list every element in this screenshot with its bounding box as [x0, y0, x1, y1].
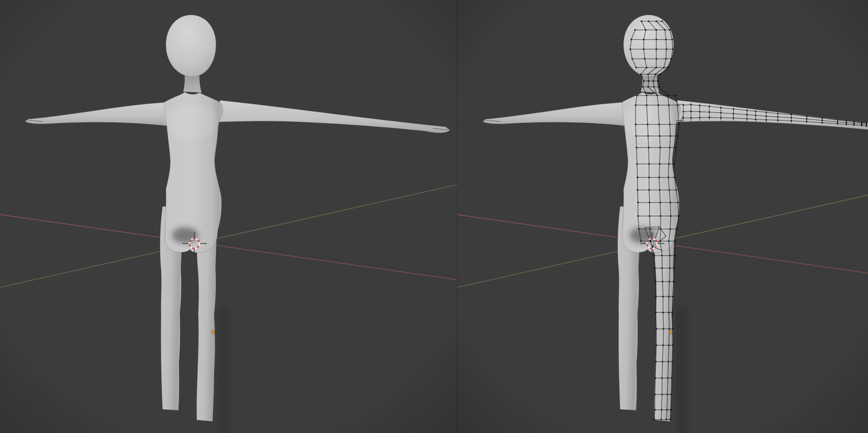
object-origin-dot[interactable] [212, 331, 215, 334]
viewport-background [0, 0, 457, 433]
leg-shadow [678, 309, 686, 433]
blender-3d-viewport [0, 0, 868, 433]
viewport-shaded-model[interactable] [0, 0, 457, 433]
viewport-wireframe-model[interactable] [457, 0, 868, 433]
object-origin-dot[interactable] [669, 331, 672, 334]
head [166, 15, 216, 77]
leg-shadow [221, 309, 228, 433]
